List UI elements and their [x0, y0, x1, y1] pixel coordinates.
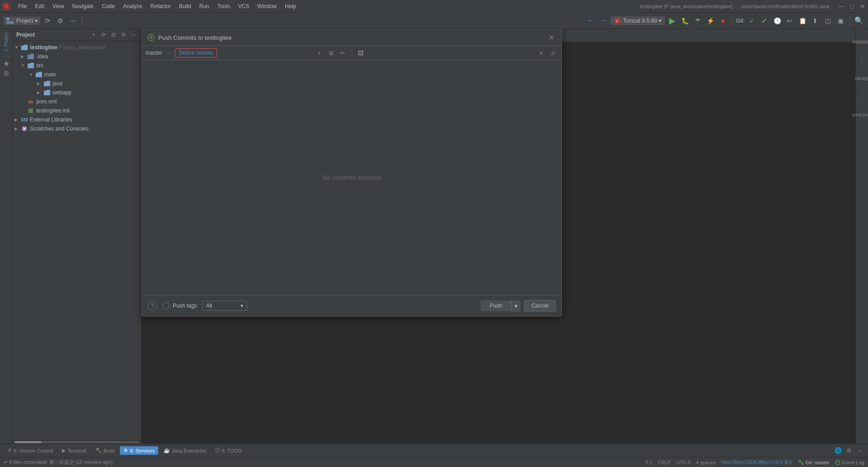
git-diff-icon[interactable]: ◫ [822, 15, 833, 26]
collapse-all-button[interactable]: ⊟ [109, 31, 118, 39]
maven-panel-label[interactable]: Maven [853, 76, 868, 81]
cursor-position[interactable]: 9:1 [646, 460, 652, 465]
collapse-button[interactable]: ─ [67, 15, 78, 26]
dialog-close-button[interactable]: ✕ [547, 33, 556, 42]
forward-button[interactable]: → [598, 15, 609, 26]
favorites-icon[interactable]: ★ [3, 59, 9, 68]
main-name: main [44, 71, 56, 78]
scrollbar-track[interactable] [14, 441, 139, 443]
push-dropdown-button[interactable]: ▾ [511, 300, 520, 312]
todo-tab[interactable]: ☑ 6: TODO [212, 446, 245, 455]
dialog-filter-button[interactable]: ⫻ [548, 48, 558, 58]
structure-icon[interactable]: ⊞ [4, 70, 9, 77]
minimize-button[interactable]: ─ [837, 3, 844, 10]
csdn-link[interactable]: https://blog.CSDN.网站/方法/文章社 [721, 459, 793, 466]
push-tags-checkbox[interactable] [163, 303, 169, 309]
menu-edit[interactable]: Edit [31, 2, 48, 10]
encoding-status[interactable]: UTF-8 [676, 460, 690, 465]
menu-refactor[interactable]: Refactor [147, 2, 175, 10]
maximize-button[interactable]: □ [848, 3, 855, 10]
menu-window[interactable]: Window [254, 2, 280, 10]
close-panel-button[interactable]: ─ [129, 31, 137, 39]
menu-vcs[interactable]: VCS [235, 2, 253, 10]
dialog-edit-button[interactable]: ✏ [338, 48, 348, 58]
tree-root[interactable]: ▼ testtogitee F:\java_workspace\ [13, 43, 141, 52]
menu-file[interactable]: File [14, 2, 30, 10]
line-separator[interactable]: CRLF [658, 460, 671, 465]
menu-analyze[interactable]: Analyze [119, 2, 146, 10]
commit-status[interactable]: ✔ 9 files committed: 第一次提交 (15 minutes a… [4, 459, 113, 466]
debug-button[interactable]: 🐛 [679, 15, 690, 26]
menu-view[interactable]: View [49, 2, 68, 10]
menu-code[interactable]: Code [98, 2, 118, 10]
project-dropdown[interactable]: Project ▾ [4, 17, 40, 25]
event-log-status[interactable]: Event Log [835, 460, 864, 465]
build-tab[interactable]: 🔨 Build [92, 446, 118, 455]
push-button[interactable]: Push [481, 300, 511, 311]
tree-java[interactable]: ▶ java [13, 79, 141, 88]
project-strip-label[interactable]: 1: Project [4, 31, 9, 53]
git-pull-icon[interactable]: 📋 [797, 15, 808, 26]
scrollbar-thumb[interactable] [14, 441, 42, 443]
bottom-minimize-button[interactable]: ─ [855, 446, 864, 455]
bottom-settings-button[interactable]: ⚙ [844, 446, 854, 455]
cancel-button[interactable]: Cancel [524, 300, 556, 312]
dialog-sort-button[interactable]: ≡ [536, 48, 546, 58]
dialog-footer: ? Push tags: All ▾ [142, 295, 561, 316]
services-tab[interactable]: ⑧ 8: Services [120, 446, 158, 455]
run-button[interactable]: ▶ [667, 15, 678, 26]
dialog-grid-button[interactable]: ⊞ [326, 48, 336, 58]
indent-status[interactable]: 4 spaces [696, 460, 716, 465]
profile-button[interactable]: ⚡ [705, 15, 716, 26]
dialog-add-button[interactable]: + [315, 48, 325, 58]
dialog-image-button[interactable]: 🖼 [356, 48, 366, 58]
menu-build[interactable]: Build [175, 2, 195, 10]
tree-src[interactable]: ▼ src [13, 61, 141, 70]
git-history-icon[interactable]: 🕐 [772, 15, 783, 26]
global-search-button[interactable]: 🔍 [854, 15, 864, 26]
git-undo-icon[interactable]: ↩ [784, 15, 795, 26]
menu-help[interactable]: Help [281, 2, 300, 10]
settings-button[interactable]: ⚙ [55, 15, 66, 26]
stop-button[interactable]: ■ [717, 15, 728, 26]
sync-button[interactable]: ⟳ [42, 15, 53, 26]
tags-dropdown[interactable]: All ▾ [202, 301, 247, 311]
tomcat-arrow-icon: ▾ [659, 18, 661, 24]
branch-name-label: master [146, 50, 162, 56]
svg-rect-3 [6, 21, 14, 24]
bottom-globe-button[interactable]: 🌐 [834, 446, 843, 455]
scratches-arrow-icon: ▶ [14, 126, 21, 131]
tree-ext-libs[interactable]: ▶ External Libraries [13, 115, 141, 124]
git-check-icon[interactable]: ✓ [746, 15, 757, 26]
tree-scratches[interactable]: ▶ Scratches and Consoles [13, 124, 141, 133]
tree-main[interactable]: ▼ main [13, 70, 141, 79]
svg-rect-7 [21, 118, 23, 121]
panel-settings-button[interactable]: ⚙ [119, 31, 127, 39]
scratches-name: Scratches and Consoles [30, 126, 89, 132]
git-push-icon[interactable]: ⬆ [810, 15, 821, 26]
push-dialog-icon [147, 34, 155, 41]
new-item-button[interactable]: + [90, 31, 98, 39]
menu-tools[interactable]: Tools [214, 2, 234, 10]
version-control-tab[interactable]: ⑨ 9: Version Control [4, 446, 57, 455]
java-enterprise-tab[interactable]: ☕ Java Enterprise [160, 446, 210, 455]
terminal-tab[interactable]: ▶ Terminal [58, 446, 90, 455]
java-arrow-icon: ▶ [37, 81, 43, 86]
tree-iml[interactable]: testtogitee.iml [13, 106, 141, 115]
help-button[interactable]: ? [147, 301, 157, 311]
close-button[interactable]: ✕ [859, 3, 866, 10]
menu-navigate[interactable]: Navigate [69, 2, 97, 10]
branch-status[interactable]: Git: master [798, 460, 830, 465]
coverage-button[interactable]: ☂ [692, 15, 703, 26]
git-frame-icon[interactable]: ▣ [835, 15, 846, 26]
tree-idea[interactable]: ▶ .idea [13, 52, 141, 61]
tomcat-dropdown[interactable]: T Tomcat 8.5.60 ▾ [610, 16, 665, 25]
menu-run[interactable]: Run [196, 2, 213, 10]
git-commit-icon[interactable]: ✔ [759, 15, 770, 26]
tree-webapp[interactable]: ▶ webapp [13, 88, 141, 97]
sync-files-button[interactable]: ⟳ [99, 31, 108, 39]
tree-pom[interactable]: m pom.xml [13, 97, 141, 106]
define-remote-button[interactable]: Define remote [175, 48, 217, 57]
back-button[interactable]: ← [585, 15, 596, 26]
svg-text:T: T [616, 19, 618, 23]
